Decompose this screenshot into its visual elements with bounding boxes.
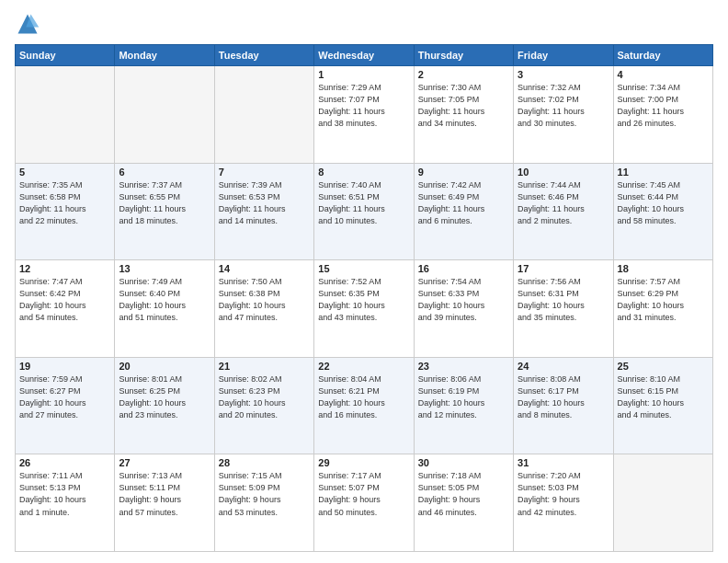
- col-header-sunday: Sunday: [16, 45, 115, 66]
- day-number: 27: [119, 457, 210, 468]
- day-info: Sunrise: 7:11 AM Sunset: 5:13 PM Dayligh…: [19, 470, 110, 518]
- calendar-day-cell: 13Sunrise: 7:49 AM Sunset: 6:40 PM Dayli…: [115, 260, 214, 358]
- day-info: Sunrise: 7:35 AM Sunset: 6:58 PM Dayligh…: [19, 179, 110, 227]
- day-number: 9: [418, 167, 509, 178]
- calendar-day-cell: 15Sunrise: 7:52 AM Sunset: 6:35 PM Dayli…: [314, 260, 414, 358]
- day-number: 5: [19, 167, 110, 178]
- calendar-week-row: 12Sunrise: 7:47 AM Sunset: 6:42 PM Dayli…: [16, 260, 713, 358]
- day-info: Sunrise: 8:04 AM Sunset: 6:21 PM Dayligh…: [318, 373, 409, 421]
- calendar-day-cell: 10Sunrise: 7:44 AM Sunset: 6:46 PM Dayli…: [514, 163, 613, 260]
- calendar-day-cell: [16, 66, 115, 164]
- calendar-day-cell: 28Sunrise: 7:15 AM Sunset: 5:09 PM Dayli…: [214, 454, 313, 552]
- day-number: 29: [318, 457, 409, 468]
- page: SundayMondayTuesdayWednesdayThursdayFrid…: [0, 0, 728, 563]
- col-header-friday: Friday: [514, 45, 613, 66]
- day-info: Sunrise: 7:30 AM Sunset: 7:05 PM Dayligh…: [418, 82, 509, 130]
- calendar-day-cell: 19Sunrise: 7:59 AM Sunset: 6:27 PM Dayli…: [16, 357, 115, 454]
- day-number: 6: [119, 167, 210, 178]
- day-info: Sunrise: 7:13 AM Sunset: 5:11 PM Dayligh…: [119, 470, 210, 518]
- day-info: Sunrise: 8:01 AM Sunset: 6:25 PM Dayligh…: [119, 373, 210, 421]
- calendar-day-cell: [214, 66, 313, 164]
- day-info: Sunrise: 7:29 AM Sunset: 7:07 PM Dayligh…: [318, 82, 409, 130]
- calendar-day-cell: 3Sunrise: 7:32 AM Sunset: 7:02 PM Daylig…: [514, 66, 613, 164]
- calendar-day-cell: 11Sunrise: 7:45 AM Sunset: 6:44 PM Dayli…: [613, 163, 712, 260]
- day-number: 22: [318, 361, 409, 372]
- day-number: 11: [618, 167, 709, 178]
- day-number: 21: [219, 361, 310, 372]
- calendar-day-cell: 20Sunrise: 8:01 AM Sunset: 6:25 PM Dayli…: [115, 357, 214, 454]
- day-info: Sunrise: 7:20 AM Sunset: 5:03 PM Dayligh…: [518, 470, 609, 518]
- calendar-day-cell: 30Sunrise: 7:18 AM Sunset: 5:05 PM Dayli…: [414, 454, 513, 552]
- calendar-day-cell: 23Sunrise: 8:06 AM Sunset: 6:19 PM Dayli…: [414, 357, 513, 454]
- calendar-day-cell: 22Sunrise: 8:04 AM Sunset: 6:21 PM Dayli…: [314, 357, 414, 454]
- calendar-day-cell: 4Sunrise: 7:34 AM Sunset: 7:00 PM Daylig…: [613, 66, 712, 164]
- day-info: Sunrise: 7:42 AM Sunset: 6:49 PM Dayligh…: [418, 179, 509, 227]
- day-info: Sunrise: 7:40 AM Sunset: 6:51 PM Dayligh…: [318, 179, 409, 227]
- day-info: Sunrise: 7:45 AM Sunset: 6:44 PM Dayligh…: [618, 179, 709, 227]
- calendar-day-cell: 27Sunrise: 7:13 AM Sunset: 5:11 PM Dayli…: [115, 454, 214, 552]
- calendar-day-cell: 29Sunrise: 7:17 AM Sunset: 5:07 PM Dayli…: [314, 454, 414, 552]
- calendar-header-row: SundayMondayTuesdayWednesdayThursdayFrid…: [16, 45, 713, 66]
- col-header-tuesday: Tuesday: [214, 45, 313, 66]
- day-number: 20: [119, 361, 210, 372]
- day-info: Sunrise: 7:44 AM Sunset: 6:46 PM Dayligh…: [518, 179, 609, 227]
- calendar-week-row: 26Sunrise: 7:11 AM Sunset: 5:13 PM Dayli…: [16, 454, 713, 552]
- col-header-thursday: Thursday: [414, 45, 513, 66]
- logo-icon: [15, 11, 40, 37]
- calendar-day-cell: 21Sunrise: 8:02 AM Sunset: 6:23 PM Dayli…: [214, 357, 313, 454]
- calendar-day-cell: 31Sunrise: 7:20 AM Sunset: 5:03 PM Dayli…: [514, 454, 613, 552]
- calendar-day-cell: 5Sunrise: 7:35 AM Sunset: 6:58 PM Daylig…: [16, 163, 115, 260]
- day-info: Sunrise: 7:49 AM Sunset: 6:40 PM Dayligh…: [119, 276, 210, 324]
- day-number: 18: [618, 263, 709, 274]
- calendar-day-cell: 14Sunrise: 7:50 AM Sunset: 6:38 PM Dayli…: [214, 260, 313, 358]
- calendar-day-cell: 7Sunrise: 7:39 AM Sunset: 6:53 PM Daylig…: [214, 163, 313, 260]
- day-number: 25: [618, 361, 709, 372]
- day-info: Sunrise: 8:02 AM Sunset: 6:23 PM Dayligh…: [219, 373, 310, 421]
- day-info: Sunrise: 7:34 AM Sunset: 7:00 PM Dayligh…: [618, 82, 709, 130]
- day-info: Sunrise: 7:50 AM Sunset: 6:38 PM Dayligh…: [219, 276, 310, 324]
- calendar-day-cell: [115, 66, 214, 164]
- header: [15, 11, 713, 37]
- day-number: 2: [418, 69, 509, 80]
- day-number: 19: [19, 361, 110, 372]
- col-header-saturday: Saturday: [613, 45, 712, 66]
- calendar-day-cell: 6Sunrise: 7:37 AM Sunset: 6:55 PM Daylig…: [115, 163, 214, 260]
- calendar-day-cell: 25Sunrise: 8:10 AM Sunset: 6:15 PM Dayli…: [613, 357, 712, 454]
- col-header-monday: Monday: [115, 45, 214, 66]
- day-number: 26: [19, 457, 110, 468]
- calendar-day-cell: 24Sunrise: 8:08 AM Sunset: 6:17 PM Dayli…: [514, 357, 613, 454]
- calendar-day-cell: 9Sunrise: 7:42 AM Sunset: 6:49 PM Daylig…: [414, 163, 513, 260]
- day-info: Sunrise: 7:57 AM Sunset: 6:29 PM Dayligh…: [618, 276, 709, 324]
- calendar-day-cell: 17Sunrise: 7:56 AM Sunset: 6:31 PM Dayli…: [514, 260, 613, 358]
- logo: [15, 11, 44, 37]
- day-info: Sunrise: 7:32 AM Sunset: 7:02 PM Dayligh…: [518, 82, 609, 130]
- day-info: Sunrise: 7:15 AM Sunset: 5:09 PM Dayligh…: [219, 470, 310, 518]
- day-info: Sunrise: 7:59 AM Sunset: 6:27 PM Dayligh…: [19, 373, 110, 421]
- day-info: Sunrise: 8:06 AM Sunset: 6:19 PM Dayligh…: [418, 373, 509, 421]
- calendar-day-cell: [613, 454, 712, 552]
- day-number: 15: [318, 263, 409, 274]
- day-number: 13: [119, 263, 210, 274]
- day-info: Sunrise: 7:56 AM Sunset: 6:31 PM Dayligh…: [518, 276, 609, 324]
- calendar-week-row: 5Sunrise: 7:35 AM Sunset: 6:58 PM Daylig…: [16, 163, 713, 260]
- day-info: Sunrise: 8:10 AM Sunset: 6:15 PM Dayligh…: [618, 373, 709, 421]
- day-number: 23: [418, 361, 509, 372]
- calendar-day-cell: 18Sunrise: 7:57 AM Sunset: 6:29 PM Dayli…: [613, 260, 712, 358]
- day-info: Sunrise: 7:39 AM Sunset: 6:53 PM Dayligh…: [219, 179, 310, 227]
- day-number: 3: [518, 69, 609, 80]
- calendar-day-cell: 26Sunrise: 7:11 AM Sunset: 5:13 PM Dayli…: [16, 454, 115, 552]
- day-number: 14: [219, 263, 310, 274]
- day-number: 30: [418, 457, 509, 468]
- day-number: 10: [518, 167, 609, 178]
- day-info: Sunrise: 7:37 AM Sunset: 6:55 PM Dayligh…: [119, 179, 210, 227]
- day-number: 4: [618, 69, 709, 80]
- day-number: 31: [518, 457, 609, 468]
- day-info: Sunrise: 7:17 AM Sunset: 5:07 PM Dayligh…: [318, 470, 409, 518]
- day-info: Sunrise: 7:47 AM Sunset: 6:42 PM Dayligh…: [19, 276, 110, 324]
- calendar-day-cell: 2Sunrise: 7:30 AM Sunset: 7:05 PM Daylig…: [414, 66, 513, 164]
- col-header-wednesday: Wednesday: [314, 45, 414, 66]
- day-number: 16: [418, 263, 509, 274]
- calendar-day-cell: 16Sunrise: 7:54 AM Sunset: 6:33 PM Dayli…: [414, 260, 513, 358]
- day-number: 8: [318, 167, 409, 178]
- day-info: Sunrise: 7:52 AM Sunset: 6:35 PM Dayligh…: [318, 276, 409, 324]
